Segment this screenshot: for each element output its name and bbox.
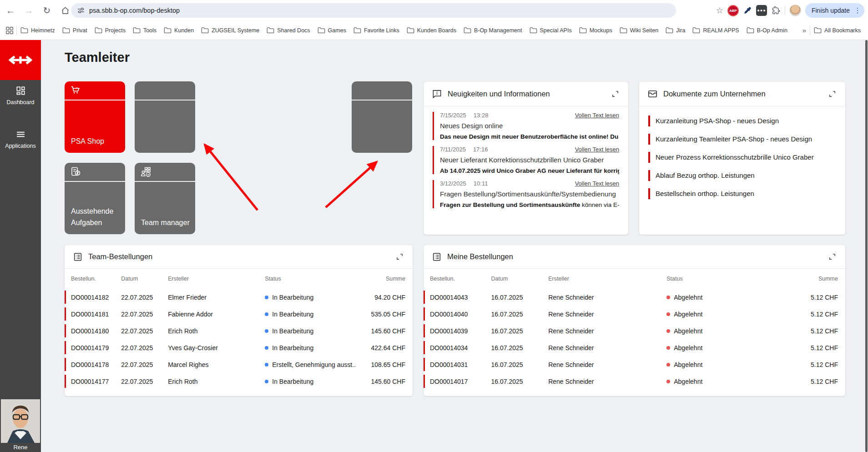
table-row[interactable]: DO00014179 22.07.2025 Yves Gay-Crosier I… [65, 339, 413, 356]
bookmark-folder[interactable]: Games [314, 24, 350, 37]
table-row[interactable]: DO00014039 16.07.2025 Rene Schneider Abg… [424, 322, 845, 339]
notes-extension-icon[interactable]: ●●● [756, 5, 767, 16]
address-bar[interactable]: psa.sbb.b-op.com/bop-desktop [71, 3, 676, 18]
column-header-status[interactable]: Status [666, 276, 788, 282]
document-link[interactable]: Kurzanleitung Teamleiter PSA-Shop - neue… [648, 134, 836, 145]
column-header-datum[interactable]: Datum [491, 276, 549, 282]
bookmark-folder[interactable]: Kunden Boards [403, 24, 460, 37]
colorpicker-extension-icon[interactable] [743, 6, 752, 15]
site-settings-icon[interactable] [77, 7, 85, 14]
news-date: 7/15/2025 [440, 112, 466, 119]
folder-icon [133, 27, 141, 34]
document-link[interactable]: Ablauf Bezug orthop. Leistungen [648, 170, 836, 181]
bookmark-folder[interactable]: Wiki Seiten [616, 24, 662, 37]
column-header-summe[interactable]: Summe [355, 276, 405, 282]
order-amount: 5.12 CHF [788, 344, 838, 352]
sidebar-item-applications[interactable]: Applications [0, 129, 41, 149]
table-row[interactable]: DO00014017 16.07.2025 Rene Schneider Abg… [424, 373, 845, 390]
user-avatar[interactable] [1, 399, 40, 443]
all-bookmarks-label: All Bookmarks [824, 27, 861, 34]
folder-icon [464, 27, 471, 34]
column-header-bestellnummer[interactable]: Bestellun. [430, 276, 491, 282]
read-full-text-link[interactable]: Vollen Text lesen [575, 146, 619, 153]
column-header-bestellnummer[interactable]: Bestellun. [71, 276, 121, 282]
table-row[interactable]: DO00014043 16.07.2025 Rene Schneider Abg… [424, 289, 845, 306]
bookmark-star-icon[interactable]: ☆ [716, 5, 723, 15]
order-status: Abgelehnt [666, 378, 788, 385]
news-title[interactable]: Neuer Lieferant Korrektionsschutzbrillen… [440, 156, 619, 164]
column-header-ersteller[interactable]: Ersteller [548, 276, 666, 282]
finish-update-button[interactable]: Finish update ⋮ [805, 3, 864, 18]
folder-icon [530, 27, 537, 34]
scrollbar-thumb[interactable] [865, 40, 868, 452]
home-icon[interactable] [57, 3, 73, 18]
reload-icon[interactable]: ↻ [39, 3, 55, 18]
order-creator: Marcel Righes [168, 361, 265, 368]
news-time: 17:16 [473, 146, 488, 153]
read-full-text-link[interactable]: Vollen Text lesen [575, 180, 619, 187]
browser-menu-icon[interactable]: ⋮ [853, 6, 862, 15]
sidebar-item-dashboard[interactable]: Dashboard [0, 85, 41, 105]
bookmark-label: ZUGSEIL Systeme [212, 27, 259, 34]
tile-team-manager[interactable]: Team manager [135, 163, 195, 234]
bookmark-folder[interactable]: ZUGSEIL Systeme [197, 24, 263, 37]
order-status: Erstellt, Genehmigung ausst... [265, 361, 355, 368]
bookmark-folder[interactable]: Kunden [160, 24, 197, 37]
tile-pending-tasks[interactable]: Ausstehende Aufgaben [65, 163, 125, 234]
adblock-extension-icon[interactable]: ABP [727, 5, 739, 16]
status-label: Erstellt, Genehmigung ausst... [272, 361, 355, 368]
status-dot-icon [666, 380, 670, 383]
table-row[interactable]: DO00014182 22.07.2025 Elmer Frieder In B… [65, 289, 413, 306]
column-header-status[interactable]: Status [265, 276, 355, 282]
browser-profile-avatar[interactable] [789, 5, 801, 16]
extensions-puzzle-icon[interactable] [771, 6, 781, 15]
document-link[interactable]: Neuer Prozess Korrektionsschutzbrille Un… [648, 152, 836, 163]
bookmark-label: Kunden Boards [417, 27, 456, 34]
document-link[interactable]: Bestellschein orthop. Leistungen [648, 188, 836, 199]
bookmark-folder[interactable]: Jira [662, 24, 689, 37]
table-row[interactable]: DO00014178 22.07.2025 Marcel Righes Erst… [65, 356, 413, 373]
table-row[interactable]: DO00014181 22.07.2025 Fabienne Addor In … [65, 306, 413, 322]
column-header-summe[interactable]: Summe [788, 276, 838, 282]
bookmark-folder[interactable]: Favorite Links [350, 24, 403, 37]
document-link[interactable]: Kurzanleitung PSA-Shop - neues Design [648, 116, 836, 126]
bookmark-folder[interactable]: B-Op Management [460, 24, 526, 37]
bookmark-folder[interactable]: Shared Docs [263, 24, 313, 37]
read-full-text-link[interactable]: Vollen Text lesen [575, 112, 619, 119]
order-status: Abgelehnt [666, 311, 788, 318]
table-row[interactable]: DO00014040 16.07.2025 Rene Schneider Abg… [424, 306, 845, 322]
bookmarks-bar: Heimnetz Privat Projects Tools [0, 21, 868, 40]
news-title[interactable]: Neues Design online [440, 122, 619, 130]
table-row[interactable]: DO00014177 22.07.2025 Erich Roth In Bear… [65, 373, 413, 390]
sbb-logo[interactable] [0, 40, 41, 80]
tile-empty-1[interactable] [135, 81, 195, 153]
expand-icon[interactable] [827, 89, 837, 99]
bookmark-folder[interactable]: Tools [129, 24, 160, 37]
bookmark-folder[interactable]: Heimnetz [17, 24, 59, 37]
status-label: In Bearbeitung [272, 294, 313, 301]
bookmark-folder[interactable]: Projects [91, 24, 129, 37]
expand-icon[interactable] [394, 252, 404, 262]
all-bookmarks-button[interactable]: All Bookmarks [810, 24, 864, 37]
forward-icon[interactable]: → [21, 3, 36, 18]
bookmark-folder[interactable]: REALM APPS [689, 24, 742, 37]
expand-icon[interactable] [610, 89, 620, 99]
table-row[interactable]: DO00014034 16.07.2025 Rene Schneider Abg… [424, 339, 845, 356]
status-dot-icon [666, 296, 670, 299]
column-header-ersteller[interactable]: Ersteller [168, 276, 265, 282]
apps-grid-icon[interactable] [5, 26, 14, 35]
table-row[interactable]: DO00014031 16.07.2025 Rene Schneider Abg… [424, 356, 845, 373]
column-header-datum[interactable]: Datum [121, 276, 168, 282]
bookmark-folder[interactable]: Mockups [575, 24, 616, 37]
tile-empty-2[interactable] [352, 81, 412, 153]
bookmark-folder[interactable]: B-Op Admin [743, 24, 791, 37]
expand-icon[interactable] [827, 252, 837, 262]
bookmark-folder[interactable]: Privat [59, 24, 91, 37]
back-icon[interactable]: ← [3, 3, 18, 18]
news-title[interactable]: Fragen Bestellung/Sortimentsauskünfte/Sy… [440, 190, 619, 198]
folder-icon [164, 27, 172, 34]
table-row[interactable]: DO00014180 22.07.2025 Erich Roth In Bear… [65, 322, 413, 339]
bookmarks-overflow-icon[interactable]: » [799, 26, 810, 34]
tile-psa-shop[interactable]: PSA Shop [65, 81, 125, 153]
bookmark-folder[interactable]: Special APIs [526, 24, 575, 37]
